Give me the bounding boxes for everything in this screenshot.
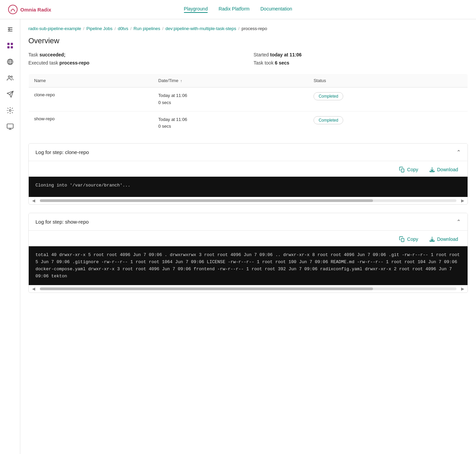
breadcrumb-item-0[interactable]: radix-sub-pipeline-example: [28, 26, 81, 31]
log-show-repo-header[interactable]: Log for step: show-repo ⌃: [29, 213, 468, 231]
copy-icon-2: [399, 236, 405, 242]
send-icon[interactable]: [4, 88, 16, 100]
settings-icon[interactable]: [4, 104, 16, 117]
log-clone-repo: Log for step: clone-repo ⌃ Copy Dow: [28, 143, 468, 205]
log-clone-repo-actions: Copy Download: [29, 161, 468, 177]
table-row: show-repo Today at 11:060 secs Completed: [29, 111, 468, 135]
scrollbar-show: ◀ ▶: [29, 285, 468, 293]
row-datetime: Today at 11:060 secs: [153, 111, 308, 135]
svg-rect-10: [7, 124, 13, 128]
chevron-up-icon-2: ⌃: [456, 219, 461, 225]
table-row: clone-repo Today at 11:060 secs Complete…: [29, 87, 468, 111]
svg-rect-3: [7, 46, 9, 48]
breadcrumb-item-3[interactable]: Run pipelines: [133, 26, 160, 31]
copy-button-show[interactable]: Copy: [396, 235, 421, 244]
main-content: radix-sub-pipeline-example / Pipeline Jo…: [20, 19, 476, 454]
sidebar-toggle[interactable]: [4, 23, 16, 35]
nav-playground[interactable]: Playground: [184, 6, 208, 13]
row-name: clone-repo: [29, 87, 153, 111]
task-executed: Executed task process-repo: [28, 60, 243, 66]
logo-icon: [8, 5, 18, 14]
breadcrumb-item-1[interactable]: Pipeline Jobs: [86, 26, 112, 31]
breadcrumb-item-2[interactable]: d0tvs: [118, 26, 128, 31]
task-duration: Task took 6 secs: [254, 60, 468, 66]
page-title: Overview: [28, 36, 468, 45]
chevron-up-icon: ⌃: [456, 149, 461, 155]
download-icon: [429, 167, 435, 173]
log-show-repo: Log for step: show-repo ⌃ Copy Down: [28, 213, 468, 293]
nav-links: Playground Radix Platform Documentation: [184, 6, 292, 13]
task-started: Started today at 11:06: [254, 52, 468, 57]
breadcrumb: radix-sub-pipeline-example / Pipeline Jo…: [28, 19, 468, 36]
download-icon-2: [429, 236, 435, 242]
download-button-clone[interactable]: Download: [426, 165, 461, 174]
nav-documentation[interactable]: Documentation: [260, 6, 292, 13]
svg-point-9: [9, 109, 11, 111]
terminal-clone-repo: Cloning into '/var/source/branch'...: [29, 177, 468, 197]
svg-rect-11: [401, 169, 404, 172]
download-button-show[interactable]: Download: [426, 235, 461, 244]
top-nav: Omnia Radix Playground Radix Platform Do…: [0, 0, 476, 19]
svg-rect-4: [10, 46, 12, 48]
svg-rect-2: [10, 43, 12, 45]
monitor-icon[interactable]: [4, 121, 16, 133]
row-datetime: Today at 11:060 secs: [153, 87, 308, 111]
log-show-repo-title: Log for step: show-repo: [35, 219, 89, 225]
col-datetime[interactable]: Date/Time ↑: [153, 74, 308, 87]
log-clone-repo-header[interactable]: Log for step: clone-repo ⌃: [29, 144, 468, 161]
row-name: show-repo: [29, 111, 153, 135]
breadcrumb-current: process-repo: [242, 26, 267, 31]
users-icon[interactable]: [4, 72, 16, 84]
layout: radix-sub-pipeline-example / Pipeline Jo…: [0, 19, 476, 454]
svg-rect-12: [401, 238, 404, 242]
log-show-repo-actions: Copy Download: [29, 231, 468, 246]
log-clone-repo-title: Log for step: clone-repo: [35, 149, 89, 155]
breadcrumb-item-4[interactable]: dev:pipeline-with-multiple-task-steps: [166, 26, 236, 31]
status-badge: Completed: [314, 116, 343, 124]
sidebar: [0, 19, 20, 454]
grid-icon[interactable]: [4, 40, 16, 52]
nav-radix-platform[interactable]: Radix Platform: [219, 6, 250, 13]
status-badge: Completed: [314, 92, 343, 100]
globe-icon[interactable]: [4, 56, 16, 68]
col-status: Status: [308, 74, 468, 87]
copy-icon: [399, 167, 405, 173]
row-status: Completed: [308, 87, 468, 111]
task-status: Task succeeded;: [28, 52, 243, 57]
row-status: Completed: [308, 111, 468, 135]
scrollbar-clone: ◀ ▶: [29, 197, 468, 204]
steps-table: Name Date/Time ↑ Status clone-repo Today…: [28, 74, 468, 135]
terminal-show-repo: total 40 drwxr-xr-x 5 root root 4096 Jun…: [29, 246, 468, 285]
svg-point-7: [8, 76, 10, 78]
task-info: Task succeeded; Started today at 11:06 E…: [28, 52, 468, 66]
svg-rect-1: [7, 43, 9, 45]
logo-text: Omnia Radix: [20, 7, 51, 12]
copy-button-clone[interactable]: Copy: [396, 165, 421, 174]
logo: Omnia Radix: [8, 5, 51, 14]
col-name: Name: [29, 74, 153, 87]
